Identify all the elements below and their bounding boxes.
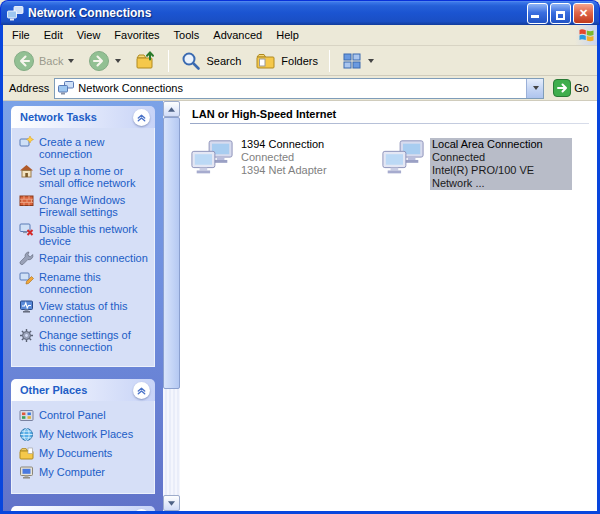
back-button[interactable]: Back [7, 47, 80, 75]
task-view-status[interactable]: View status of this connection [19, 300, 150, 324]
folders-icon [255, 50, 277, 72]
repair-icon [19, 251, 34, 266]
scrollbar-thumb[interactable] [163, 117, 180, 389]
forward-button[interactable] [82, 47, 127, 75]
window-title: Network Connections [28, 6, 527, 20]
task-disable-network-device[interactable]: Disable this network device [19, 223, 150, 247]
connection-tile-1394[interactable]: 1394 Connection Connected 1394 Net Adapt… [190, 138, 381, 190]
task-change-settings[interactable]: Change settings of this connection [19, 329, 150, 353]
sidebar-scrollbar[interactable] [163, 101, 180, 511]
folders-label: Folders [281, 55, 318, 67]
toolbar: Back [3, 46, 597, 76]
documents-icon [19, 446, 34, 461]
connection-name: Local Area Connection [432, 138, 570, 151]
connection-status: Connected [241, 151, 327, 164]
settings-icon [19, 328, 34, 343]
link-my-network-places[interactable]: My Network Places [19, 428, 150, 442]
connection-status: Connected [432, 151, 570, 164]
task-pane: Network Tasks Create a new connection [3, 101, 180, 511]
task-repair-connection[interactable]: Repair this connection [19, 252, 150, 266]
toolbar-separator [168, 50, 169, 72]
other-places-header[interactable]: Other Places [11, 379, 155, 401]
other-places-pane: Other Places Control Panel [11, 379, 155, 494]
go-icon [553, 79, 571, 97]
menu-help[interactable]: Help [269, 26, 306, 44]
address-network-icon [58, 81, 74, 95]
network-tasks-title: Network Tasks [20, 111, 97, 123]
minimize-button[interactable] [527, 3, 548, 24]
address-dropdown-icon [533, 86, 539, 90]
network-tasks-header[interactable]: Network Tasks [11, 106, 155, 128]
new-connection-icon [19, 135, 34, 150]
menu-favorites[interactable]: Favorites [107, 26, 166, 44]
connection-device: Intel(R) PRO/100 VE Network ... [432, 164, 570, 190]
connection-name: 1394 Connection [241, 138, 327, 151]
link-my-computer[interactable]: My Computer [19, 466, 150, 480]
content: Network Tasks Create a new connection [3, 101, 597, 511]
connection-tile-local-area[interactable]: Local Area Connection Connected Intel(R)… [381, 138, 572, 190]
group-header: LAN or High-Speed Internet [190, 108, 589, 120]
views-icon [341, 50, 363, 72]
details-header[interactable]: Details [11, 506, 155, 511]
windows-logo-icon [575, 25, 597, 45]
views-button[interactable] [335, 47, 380, 75]
connection-icon [381, 138, 425, 180]
home-network-icon [19, 164, 34, 179]
collapse-chevron-icon[interactable] [133, 382, 150, 399]
group-header-line [190, 123, 589, 124]
details-pane: Details Local Area Connection [11, 506, 155, 511]
collapse-chevron-icon[interactable] [133, 509, 150, 512]
network-connections-icon [7, 6, 24, 21]
network-places-icon [19, 427, 34, 442]
other-places-body: Control Panel My Network Places My Docum… [11, 401, 155, 494]
window-frame: File Edit View Favorites Tools Advanced … [0, 25, 600, 514]
link-control-panel[interactable]: Control Panel [19, 409, 150, 423]
menu-edit[interactable]: Edit [37, 26, 70, 44]
back-label: Back [39, 55, 63, 67]
rename-icon [19, 270, 34, 285]
network-tasks-pane: Network Tasks Create a new connection [11, 106, 155, 367]
search-icon [180, 50, 202, 72]
address-dropdown-button[interactable] [526, 79, 543, 98]
maximize-button[interactable] [550, 3, 571, 24]
scrollbar-track[interactable] [163, 117, 180, 495]
scroll-down-button[interactable] [163, 495, 180, 511]
folders-button[interactable]: Folders [249, 47, 324, 75]
control-panel-icon [19, 408, 34, 423]
task-rename-connection[interactable]: Rename this connection [19, 271, 150, 295]
firewall-icon [19, 193, 34, 208]
collapse-chevron-icon[interactable] [133, 109, 150, 126]
menu-advanced[interactable]: Advanced [206, 26, 269, 44]
menu-file[interactable]: File [5, 26, 37, 44]
search-label: Search [206, 55, 241, 67]
other-places-title: Other Places [20, 384, 87, 396]
titlebar[interactable]: Network Connections ✕ [0, 0, 600, 25]
connection-device: 1394 Net Adapter [241, 164, 327, 177]
link-my-documents[interactable]: My Documents [19, 447, 150, 461]
toolbar-separator [329, 50, 330, 72]
disable-device-icon [19, 222, 34, 237]
menu-tools[interactable]: Tools [167, 26, 207, 44]
address-bar: Address Network Connections Go [3, 76, 597, 101]
task-change-firewall-settings[interactable]: Change Windows Firewall settings [19, 194, 150, 218]
computer-icon [19, 465, 34, 480]
task-create-new-connection[interactable]: Create a new connection [19, 136, 150, 160]
close-button[interactable]: ✕ [573, 3, 594, 24]
up-button[interactable] [129, 47, 163, 75]
menu-view[interactable]: View [70, 26, 108, 44]
network-tasks-body: Create a new connection Set up a home or… [11, 128, 155, 367]
connections-list: LAN or High-Speed Internet [180, 101, 597, 511]
address-combo[interactable]: Network Connections [54, 78, 544, 99]
go-button[interactable]: Go [549, 78, 593, 98]
forward-icon [88, 50, 110, 72]
task-setup-home-network[interactable]: Set up a home or small office network [19, 165, 150, 189]
network-connections-window: Network Connections ✕ File Edit View Fav… [0, 0, 600, 514]
views-dropdown-icon [368, 59, 374, 63]
connection-icon [190, 138, 234, 180]
scroll-up-button[interactable] [163, 101, 180, 117]
forward-dropdown-icon [115, 59, 121, 63]
search-button[interactable]: Search [174, 47, 247, 75]
status-icon [19, 299, 34, 314]
address-label: Address [7, 82, 49, 94]
up-folder-icon [135, 50, 157, 72]
